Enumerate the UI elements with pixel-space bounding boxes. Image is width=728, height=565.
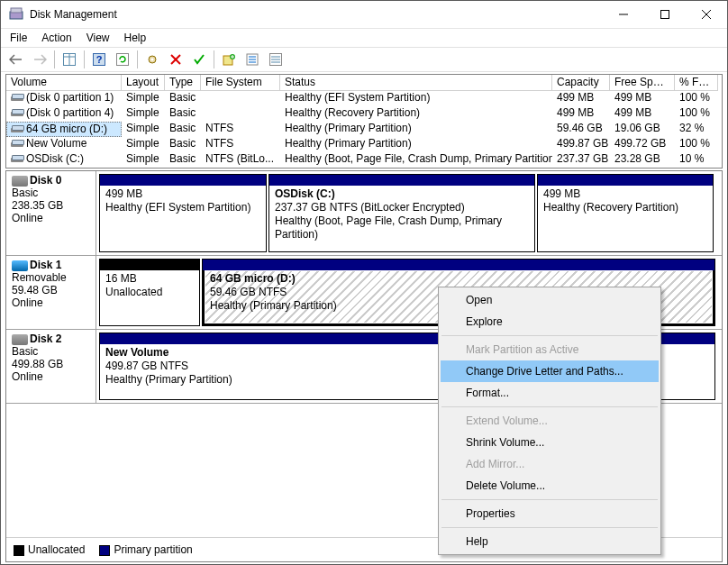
menu-item[interactable]: Delete Volume... [441, 475, 659, 497]
help-icon[interactable]: ? [88, 49, 110, 70]
cell: 59.46 GB [552, 122, 610, 137]
window-title: Disk Management [30, 8, 603, 21]
cell: Healthy (Recovery Partition) [280, 106, 552, 122]
cell: 100 % [675, 137, 718, 152]
forward-button[interactable] [29, 49, 50, 70]
cell: 237.37 GB [552, 152, 610, 168]
partition-box[interactable]: 16 MBUnallocated [99, 259, 200, 326]
delete-icon[interactable] [165, 49, 187, 70]
col-pctfree[interactable]: % Free [675, 75, 718, 91]
menu-separator [441, 335, 658, 336]
cell: 10 % [675, 152, 718, 168]
svg-rect-1 [11, 8, 22, 13]
menu-action[interactable]: Action [34, 30, 78, 46]
partition-box[interactable]: 499 MBHealthy (EFI System Partition) [99, 174, 267, 252]
table-row[interactable]: 64 GB micro (D:)SimpleBasicNTFSHealthy (… [6, 122, 722, 137]
partition-box[interactable]: 499 MBHealthy (Recovery Partition) [537, 174, 714, 252]
partition-body: OSDisk (C:)237.37 GB NTFS (BitLocker Enc… [269, 186, 534, 251]
menu-item[interactable]: Explore [441, 311, 659, 333]
cell: Basic [165, 122, 201, 137]
close-button[interactable] [686, 1, 727, 29]
volume-table: Volume Layout Type File System Status Ca… [5, 74, 723, 169]
menu-item[interactable]: Shrink Volume... [441, 432, 659, 453]
col-layout[interactable]: Layout [122, 75, 165, 91]
titlebar: Disk Management [1, 1, 727, 29]
table-row[interactable]: (Disk 0 partition 1)SimpleBasicHealthy (… [6, 91, 722, 106]
col-freespace[interactable]: Free Space [610, 75, 675, 91]
cell [201, 91, 280, 106]
cell: NTFS [201, 122, 280, 137]
cell: 499 MB [552, 106, 610, 122]
partition-box[interactable]: OSDisk (C:)237.37 GB NTFS (BitLocker Enc… [268, 174, 535, 252]
cell: Basic [165, 137, 201, 152]
svg-rect-3 [661, 11, 669, 19]
disk-info[interactable]: Disk 0Basic238.35 GBOnline [6, 171, 96, 255]
cell: 32 % [675, 122, 718, 137]
cell: 100 % [675, 106, 718, 122]
partition-body: 16 MBUnallocated [100, 270, 199, 325]
cell: 499 MB [552, 91, 610, 106]
menu-separator [441, 406, 658, 407]
partition-bar [538, 175, 713, 186]
add-icon[interactable] [218, 49, 240, 70]
refresh-icon[interactable] [112, 49, 133, 70]
partition-bar [100, 260, 199, 270]
col-capacity[interactable]: Capacity [552, 75, 610, 91]
menu-item[interactable]: Open [441, 289, 659, 311]
cell: Basic [165, 152, 201, 168]
table-view-icon[interactable] [59, 49, 80, 70]
menu-separator [441, 499, 658, 500]
menu-item[interactable]: Help [441, 531, 659, 552]
cell: Healthy (Boot, Page File, Crash Dump, Pr… [280, 152, 552, 168]
minimize-button[interactable] [603, 1, 644, 29]
col-volume[interactable]: Volume [6, 75, 122, 91]
partition-body: 499 MBHealthy (Recovery Partition) [538, 186, 713, 251]
cell: Simple [122, 137, 165, 152]
menu-view[interactable]: View [79, 30, 117, 46]
partition-bar [100, 175, 266, 186]
cell: Healthy (EFI System Partition) [280, 91, 552, 106]
svg-text:?: ? [96, 54, 103, 65]
col-type[interactable]: Type [165, 75, 201, 91]
properties-icon[interactable] [241, 49, 263, 70]
menu-help[interactable]: Help [117, 30, 154, 46]
col-filesystem[interactable]: File System [201, 75, 280, 91]
disk-row: Disk 0Basic238.35 GBOnline499 MBHealthy … [6, 171, 722, 256]
back-button[interactable] [5, 49, 27, 70]
partition-bar [203, 260, 714, 270]
cell: OSDisk (C:) [6, 152, 122, 168]
menu-file[interactable]: File [3, 30, 34, 46]
menu-item[interactable]: Change Drive Letter and Paths... [441, 360, 659, 382]
disk-info[interactable]: Disk 2Basic499.88 GBOnline [6, 330, 96, 403]
cell: 23.28 GB [610, 152, 675, 168]
disk-icon [12, 334, 28, 345]
partition-area: 499 MBHealthy (EFI System Partition)OSDi… [96, 171, 722, 255]
table-row[interactable]: New VolumeSimpleBasicNTFSHealthy (Primar… [6, 137, 722, 152]
col-status[interactable]: Status [280, 75, 552, 91]
maximize-button[interactable] [644, 1, 686, 29]
settings-icon[interactable] [141, 49, 163, 70]
cell: Basic [165, 91, 201, 106]
toolbar: ? [1, 47, 727, 72]
cell: (Disk 0 partition 4) [6, 106, 122, 122]
cell: Simple [122, 152, 165, 168]
checkmark-icon[interactable] [188, 49, 210, 70]
cell: Healthy (Primary Partition) [280, 122, 552, 137]
table-row[interactable]: OSDisk (C:)SimpleBasicNTFS (BitLo...Heal… [6, 152, 722, 168]
cell: Simple [122, 91, 165, 106]
volume-icon [11, 140, 23, 149]
list-icon[interactable] [265, 49, 287, 70]
menu-item: Extend Volume... [441, 410, 659, 432]
disk-info[interactable]: Disk 1Removable59.48 GBOnline [6, 256, 96, 329]
partition-bar [269, 175, 534, 186]
cell: 64 GB micro (D:) [6, 122, 122, 137]
menu-item[interactable]: Properties [441, 503, 659, 524]
menu-item: Mark Partition as Active [441, 339, 659, 360]
cell: 100 % [675, 91, 718, 106]
table-row[interactable]: (Disk 0 partition 4)SimpleBasicHealthy (… [6, 106, 722, 122]
cell: NTFS [201, 137, 280, 152]
menu-item[interactable]: Format... [441, 382, 659, 404]
cell: 499.72 GB [610, 137, 675, 152]
cell: Basic [165, 106, 201, 122]
cell: 499 MB [610, 91, 675, 106]
